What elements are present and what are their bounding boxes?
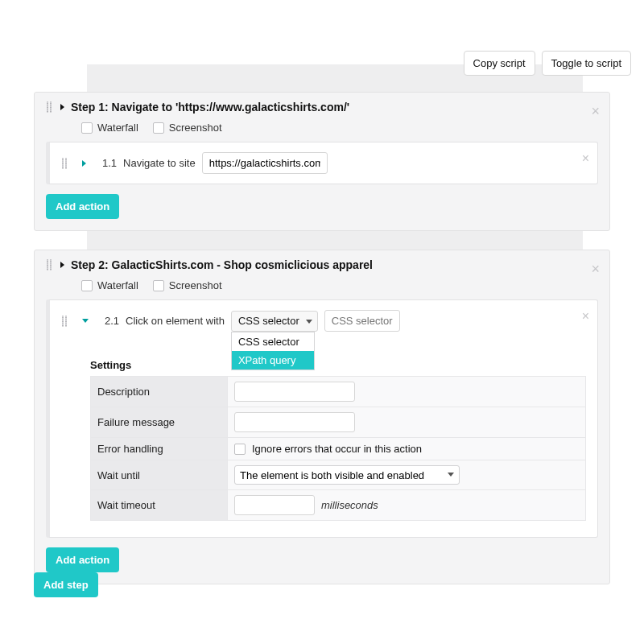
step-header[interactable]: Step 2: GalacticShirts.com - Shop cosmic… bbox=[35, 250, 609, 275]
add-step-button[interactable]: Add step bbox=[34, 572, 98, 597]
step-title: Step 2: GalacticShirts.com - Shop cosmic… bbox=[71, 258, 373, 271]
script-toolbar: Copy script Toggle to script bbox=[464, 51, 631, 76]
settings-heading: Settings bbox=[90, 359, 586, 371]
wait-until-select-wrap[interactable]: The element is both visible and enabled bbox=[234, 465, 460, 485]
drag-handle-icon[interactable] bbox=[46, 259, 52, 270]
action-index: 1.1 bbox=[102, 157, 117, 169]
action-card: 2.1 Click on element with CSS selector C… bbox=[46, 299, 598, 538]
close-icon[interactable]: × bbox=[582, 152, 589, 165]
wait-timeout-input[interactable] bbox=[234, 495, 315, 515]
drag-handle-icon[interactable] bbox=[61, 316, 68, 327]
action-index: 2.1 bbox=[105, 315, 119, 327]
table-row: Wait timeout milliseconds bbox=[91, 490, 586, 521]
waterfall-checkbox-wrap[interactable]: Waterfall bbox=[81, 279, 138, 291]
close-icon[interactable]: × bbox=[591, 262, 600, 276]
ignore-errors-label: Ignore errors that occur in this action bbox=[252, 443, 422, 455]
chevron-right-icon[interactable] bbox=[82, 160, 86, 167]
wait-until-select[interactable]: The element is both visible and enabled bbox=[234, 465, 460, 485]
action-label: Navigate to site bbox=[123, 157, 196, 169]
settings-table: Description Failure message Error handli… bbox=[90, 376, 586, 521]
settings-label-wait-timeout: Wait timeout bbox=[91, 490, 228, 521]
table-row: Failure message bbox=[91, 407, 586, 438]
wait-timeout-unit: milliseconds bbox=[321, 499, 378, 511]
selector-type-dropdown[interactable]: CSS selector XPath query bbox=[231, 332, 315, 370]
ignore-errors-checkbox[interactable] bbox=[234, 444, 246, 455]
screenshot-checkbox[interactable] bbox=[153, 280, 164, 291]
table-row: Wait until The element is both visible a… bbox=[91, 460, 586, 490]
navigate-url-input[interactable] bbox=[202, 152, 328, 174]
screenshot-checkbox-wrap[interactable]: Screenshot bbox=[153, 122, 222, 134]
waterfall-label: Waterfall bbox=[97, 279, 138, 291]
close-icon[interactable]: × bbox=[591, 104, 600, 118]
action-row: 2.1 Click on element with CSS selector C… bbox=[61, 310, 586, 332]
screenshot-checkbox[interactable] bbox=[153, 122, 164, 134]
chevron-down-icon[interactable] bbox=[82, 319, 89, 323]
chevron-right-icon bbox=[60, 262, 64, 268]
screenshot-label: Screenshot bbox=[169, 122, 222, 134]
step-card-1: Step 1: Navigate to 'https://www.galacti… bbox=[34, 92, 610, 231]
settings-label-description: Description bbox=[91, 377, 228, 407]
drag-handle-icon[interactable] bbox=[61, 158, 68, 169]
table-row: Description bbox=[91, 377, 586, 407]
description-input[interactable] bbox=[234, 382, 355, 402]
selector-option-xpath[interactable]: XPath query bbox=[232, 351, 314, 369]
action-settings: Settings Description Failure message Err… bbox=[90, 359, 586, 521]
step-card-2: Step 2: GalacticShirts.com - Shop cosmic… bbox=[34, 250, 610, 584]
selector-value-input[interactable] bbox=[324, 310, 400, 332]
step-options-row: Waterfall Screenshot bbox=[35, 275, 609, 299]
waterfall-checkbox[interactable] bbox=[81, 280, 93, 291]
selector-type-button[interactable]: CSS selector bbox=[231, 311, 318, 332]
waterfall-checkbox[interactable] bbox=[81, 122, 93, 134]
step-header[interactable]: Step 1: Navigate to 'https://www.galacti… bbox=[35, 93, 609, 117]
settings-label-error: Error handling bbox=[91, 438, 228, 460]
settings-label-failure: Failure message bbox=[91, 407, 228, 438]
copy-script-button[interactable]: Copy script bbox=[464, 51, 535, 76]
screenshot-checkbox-wrap[interactable]: Screenshot bbox=[153, 279, 222, 291]
action-card: 1.1 Navigate to site × bbox=[46, 142, 598, 184]
step-options-row: Waterfall Screenshot bbox=[35, 117, 609, 142]
toggle-to-script-button[interactable]: Toggle to script bbox=[542, 51, 631, 76]
action-row: 1.1 Navigate to site bbox=[61, 152, 586, 174]
table-row: Error handling Ignore errors that occur … bbox=[91, 438, 586, 460]
chevron-right-icon bbox=[60, 104, 64, 110]
screenshot-label: Screenshot bbox=[169, 279, 222, 291]
add-action-button[interactable]: Add action bbox=[46, 194, 119, 219]
selector-type-select[interactable]: CSS selector CSS selector XPath query bbox=[231, 311, 318, 332]
failure-message-input[interactable] bbox=[234, 412, 355, 432]
waterfall-checkbox-wrap[interactable]: Waterfall bbox=[81, 122, 138, 134]
add-action-button[interactable]: Add action bbox=[46, 547, 119, 572]
close-icon[interactable]: × bbox=[582, 310, 589, 323]
waterfall-label: Waterfall bbox=[97, 122, 138, 134]
drag-handle-icon[interactable] bbox=[46, 101, 52, 113]
action-label: Click on element with bbox=[126, 315, 225, 327]
step-title: Step 1: Navigate to 'https://www.galacti… bbox=[71, 101, 349, 114]
selector-type-value: CSS selector bbox=[238, 315, 299, 327]
settings-label-wait-until: Wait until bbox=[91, 460, 228, 490]
selector-option-css[interactable]: CSS selector bbox=[232, 332, 314, 351]
